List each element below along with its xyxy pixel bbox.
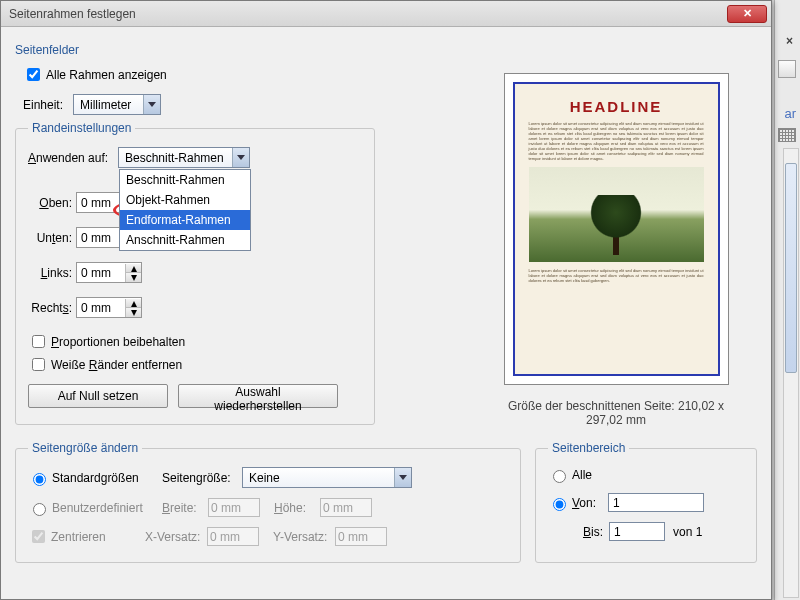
right-tool-strip: × ar <box>774 0 800 600</box>
dropdown-option[interactable]: Anschnitt-Rahmen <box>120 230 250 250</box>
dropdown-option[interactable]: Objekt-Rahmen <box>120 190 250 210</box>
custom-label: Benutzerdefiniert <box>52 501 162 515</box>
left-label: Links: <box>28 266 72 280</box>
grid-icon[interactable] <box>778 128 796 142</box>
range-of-label: von 1 <box>673 525 702 539</box>
apply-to-value: Beschnitt-Rahmen <box>125 151 224 165</box>
keep-proportions-checkbox[interactable] <box>32 335 45 348</box>
keep-proportions-label: Proportionen beibehalten <box>51 335 185 349</box>
reset-button[interactable]: Auf Null setzen <box>28 384 168 408</box>
unit-label: Einheit: <box>23 98 69 112</box>
center-checkbox <box>32 530 45 543</box>
yoffset-label: Y-Versatz: <box>273 530 331 544</box>
width-field <box>208 498 260 517</box>
window-title: Seitenrahmen festlegen <box>9 7 727 21</box>
dropdown-option[interactable]: Beschnitt-Rahmen <box>120 170 250 190</box>
preview-image <box>529 167 704 262</box>
panel-expand-icon[interactable] <box>778 60 796 78</box>
range-all-radio[interactable] <box>553 470 566 483</box>
pagesize-value: Keine <box>249 471 280 485</box>
dialog-window: Seitenrahmen festlegen ✕ Seitenfelder Al… <box>0 0 772 600</box>
panel-close-icon[interactable]: × <box>786 34 793 48</box>
apply-to-label: Anwenden auf: <box>28 151 114 165</box>
xoffset-label: X-Versatz: <box>145 530 203 544</box>
preview-headline: HEADLINE <box>570 98 663 115</box>
page-preview: HEADLINE Lorem ipsum dolor sit amet cons… <box>497 73 735 427</box>
spin-down-icon[interactable]: ▾ <box>125 273 141 282</box>
center-label: Zentrieren <box>51 530 145 544</box>
side-label-ar: ar <box>784 106 796 121</box>
apply-to-combo[interactable]: Beschnitt-Rahmen Beschnitt-Rahmen Objekt… <box>118 147 250 168</box>
range-from-radio[interactable] <box>553 498 566 511</box>
range-to-label: Bis: <box>567 525 603 539</box>
xoffset-field <box>207 527 259 546</box>
height-field <box>320 498 372 517</box>
resize-legend: Seitengröße ändern <box>28 441 142 455</box>
unit-combo[interactable]: Millimeter <box>73 94 161 115</box>
margins-legend: Randeinstellungen <box>28 121 135 135</box>
preview-text: Lorem ipsum dolor sit amet consectetur a… <box>529 268 704 283</box>
range-from-label: Von: <box>572 496 608 510</box>
width-label: Breite: <box>162 501 204 515</box>
pagesize-label: Seitengröße: <box>162 471 238 485</box>
yoffset-field <box>335 527 387 546</box>
section-seitenfelder: Seitenfelder <box>15 43 757 57</box>
right-label: Rechts: <box>28 301 72 315</box>
custom-radio[interactable] <box>33 503 46 516</box>
unit-value: Millimeter <box>80 98 131 112</box>
restore-button[interactable]: Auswahl wiederherstellen <box>178 384 338 408</box>
spin-down-icon[interactable]: ▾ <box>125 308 141 317</box>
range-legend: Seitenbereich <box>548 441 629 455</box>
range-to-field[interactable] <box>609 522 665 541</box>
chevron-down-icon <box>232 148 249 167</box>
chevron-down-icon <box>394 468 411 487</box>
remove-white-margins-label: Weiße Ränder entfernen <box>51 358 182 372</box>
remove-white-margins-checkbox[interactable] <box>32 358 45 371</box>
standard-sizes-radio[interactable] <box>33 473 46 486</box>
top-label: Oben: <box>28 196 72 210</box>
height-label: Höhe: <box>274 501 316 515</box>
preview-text: Lorem ipsum dolor sit amet consectetur a… <box>529 121 704 161</box>
side-scrollbar[interactable] <box>783 148 799 598</box>
range-from-field[interactable] <box>608 493 704 512</box>
left-stepper[interactable]: ▴▾ <box>76 262 142 283</box>
dropdown-option-selected[interactable]: Endformat-Rahmen <box>120 210 250 230</box>
show-all-frames-checkbox[interactable] <box>27 68 40 81</box>
bottom-label: Unten: <box>28 231 72 245</box>
preview-size-caption: Größe der beschnittenen Seite: 210,02 x … <box>497 399 735 427</box>
close-button[interactable]: ✕ <box>727 5 767 23</box>
pagesize-combo[interactable]: Keine <box>242 467 412 488</box>
apply-to-dropdown: Beschnitt-Rahmen Objekt-Rahmen Endformat… <box>119 169 251 251</box>
chevron-down-icon <box>143 95 160 114</box>
standard-sizes-label: Standardgrößen <box>52 471 162 485</box>
right-stepper[interactable]: ▴▾ <box>76 297 142 318</box>
show-all-frames-label: Alle Rahmen anzeigen <box>46 68 167 82</box>
range-all-label: Alle <box>572 468 592 482</box>
titlebar: Seitenrahmen festlegen ✕ <box>1 1 771 27</box>
